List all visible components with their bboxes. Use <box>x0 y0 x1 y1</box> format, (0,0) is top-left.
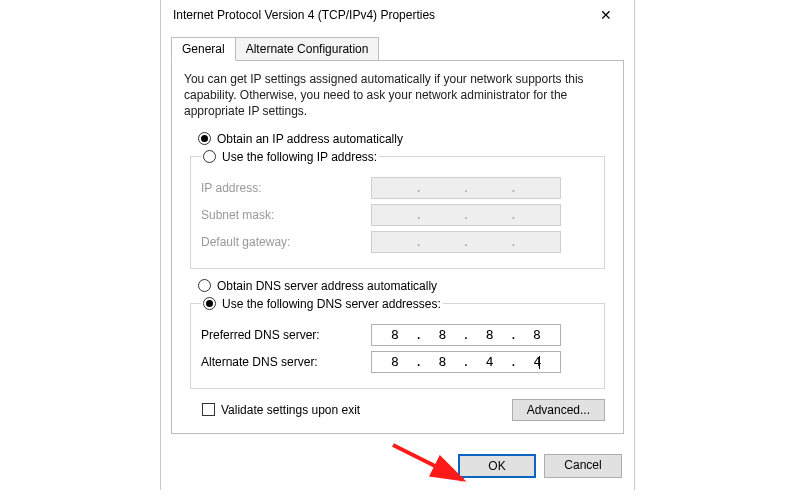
radio-icon <box>198 279 211 292</box>
label-subnet-mask: Subnet mask: <box>201 208 371 222</box>
tab-general[interactable]: General <box>171 37 236 61</box>
input-subnet-mask: ... <box>371 204 561 226</box>
radio-icon <box>198 132 211 145</box>
radio-icon <box>203 150 216 163</box>
input-alternate-dns[interactable]: 8. 8. 4. 4 <box>371 351 561 373</box>
tcpip-properties-dialog: Internet Protocol Version 4 (TCP/IPv4) P… <box>160 0 635 490</box>
radio-dns-auto-label: Obtain DNS server address automatically <box>217 279 437 293</box>
row-alternate-dns: Alternate DNS server: 8. 8. 4. 4 <box>201 351 594 373</box>
intro-text: You can get IP settings assigned automat… <box>184 71 611 120</box>
radio-dns-manual[interactable]: Use the following DNS server addresses: <box>203 297 441 311</box>
input-default-gateway: ... <box>371 231 561 253</box>
input-ip-address: ... <box>371 177 561 199</box>
close-icon[interactable]: ✕ <box>586 7 626 23</box>
label-preferred-dns: Preferred DNS server: <box>201 328 371 342</box>
window-title: Internet Protocol Version 4 (TCP/IPv4) P… <box>173 8 586 22</box>
radio-dns-auto[interactable]: Obtain DNS server address automatically <box>198 279 611 293</box>
radio-icon <box>203 297 216 310</box>
tab-alternate-configuration[interactable]: Alternate Configuration <box>236 37 380 61</box>
oct: 4 <box>473 354 507 369</box>
radio-ip-auto-label: Obtain an IP address automatically <box>217 132 403 146</box>
tab-panel-general: You can get IP settings assigned automat… <box>171 60 624 434</box>
advanced-button[interactable]: Advanced... <box>512 399 605 421</box>
text-caret <box>539 356 540 369</box>
dialog-body: General Alternate Configuration You can … <box>161 30 634 444</box>
row-default-gateway: Default gateway: ... <box>201 231 594 253</box>
label-alternate-dns: Alternate DNS server: <box>201 355 371 369</box>
radio-ip-auto[interactable]: Obtain an IP address automatically <box>198 132 611 146</box>
oct: 8 <box>425 354 459 369</box>
row-preferred-dns: Preferred DNS server: 8. 8. 8. 8 <box>201 324 594 346</box>
ip-manual-group: Use the following IP address: IP address… <box>190 150 605 269</box>
cancel-button[interactable]: Cancel <box>544 454 622 478</box>
oct: 8 <box>378 354 412 369</box>
oct: 8 <box>473 327 507 342</box>
radio-dns-manual-label: Use the following DNS server addresses: <box>222 297 441 311</box>
label-ip-address: IP address: <box>201 181 371 195</box>
label-validate: Validate settings upon exit <box>221 403 360 417</box>
radio-ip-manual-label: Use the following IP address: <box>222 150 377 164</box>
titlebar: Internet Protocol Version 4 (TCP/IPv4) P… <box>161 0 634 30</box>
oct: 8 <box>425 327 459 342</box>
dns-manual-group: Use the following DNS server addresses: … <box>190 297 605 389</box>
checkbox-validate[interactable] <box>202 403 215 416</box>
dialog-buttons: OK Cancel <box>161 444 634 490</box>
ok-button[interactable]: OK <box>458 454 536 478</box>
bottom-row: Validate settings upon exit Advanced... <box>190 399 605 421</box>
row-ip-address: IP address: ... <box>201 177 594 199</box>
input-preferred-dns[interactable]: 8. 8. 8. 8 <box>371 324 561 346</box>
oct: 8 <box>378 327 412 342</box>
row-subnet-mask: Subnet mask: ... <box>201 204 594 226</box>
label-default-gateway: Default gateway: <box>201 235 371 249</box>
oct: 4 <box>520 354 554 369</box>
tab-strip: General Alternate Configuration <box>171 36 624 60</box>
radio-ip-manual[interactable]: Use the following IP address: <box>203 150 377 164</box>
oct: 8 <box>520 327 554 342</box>
